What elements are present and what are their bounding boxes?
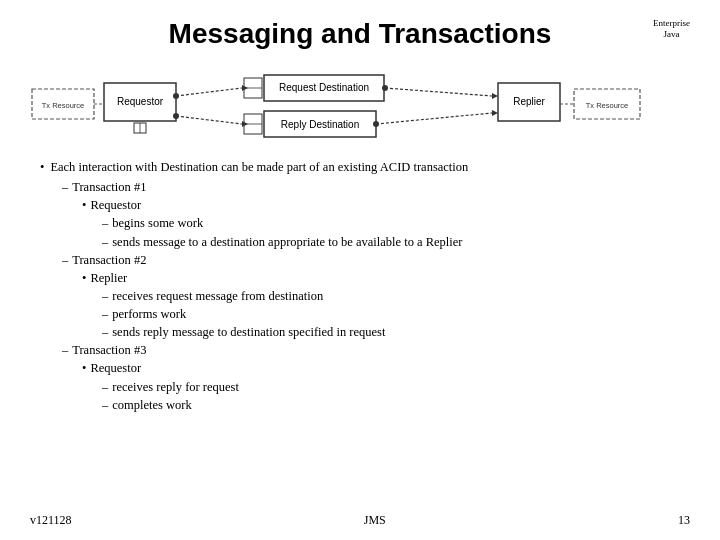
requestor2-item: • Requestor bbox=[40, 359, 690, 377]
page-title: Messaging and Transactions bbox=[169, 18, 552, 50]
svg-text:Tx Resource: Tx Resource bbox=[42, 101, 85, 110]
t3-item1-text: receives reply for request bbox=[112, 378, 239, 396]
svg-text:Replier: Replier bbox=[513, 96, 545, 107]
t1-item1: – begins some work bbox=[40, 214, 690, 232]
main-bullet-text: Each interaction with Destination can be… bbox=[50, 158, 468, 176]
t1-item2: – sends message to a destination appropr… bbox=[40, 233, 690, 251]
t2-item1-text: receives request message from destinatio… bbox=[112, 287, 323, 305]
t2-item3-text: sends reply message to destination speci… bbox=[112, 323, 385, 341]
svg-line-15 bbox=[176, 88, 242, 96]
main-bullet: • Each interaction with Destination can … bbox=[40, 158, 690, 176]
enterprise-label: Enterprise Java bbox=[653, 18, 690, 40]
svg-text:Requestor: Requestor bbox=[117, 96, 164, 107]
svg-marker-19 bbox=[242, 121, 248, 127]
content-area: • Each interaction with Destination can … bbox=[30, 158, 690, 414]
requestor-label: Requestor bbox=[90, 196, 141, 214]
replier-label: Replier bbox=[90, 269, 127, 287]
svg-line-23 bbox=[385, 88, 492, 96]
diagram-area: Tx Resource Requestor Request Destinatio… bbox=[30, 60, 690, 150]
footer-center: JMS bbox=[364, 513, 386, 528]
svg-marker-27 bbox=[492, 110, 498, 116]
svg-marker-16 bbox=[242, 85, 248, 91]
svg-marker-24 bbox=[492, 93, 498, 99]
svg-point-17 bbox=[173, 93, 179, 99]
t2-item2-text: performs work bbox=[112, 305, 186, 323]
transaction3-label: Transaction #3 bbox=[72, 341, 146, 359]
t2-item3: – sends reply message to destination spe… bbox=[40, 323, 690, 341]
svg-text:Reply Destination: Reply Destination bbox=[281, 119, 359, 130]
svg-line-18 bbox=[176, 116, 242, 124]
transaction1-label: Transaction #1 bbox=[72, 178, 146, 196]
t3-item2-text: completes work bbox=[112, 396, 192, 414]
t3-item2: – completes work bbox=[40, 396, 690, 414]
transaction3-item: – Transaction #3 bbox=[40, 341, 690, 359]
svg-point-28 bbox=[373, 121, 379, 127]
slide: Messaging and Transactions Enterprise Ja… bbox=[0, 0, 720, 540]
svg-point-20 bbox=[173, 113, 179, 119]
requestor2-label: Requestor bbox=[90, 359, 141, 377]
footer: v121128 JMS 13 bbox=[30, 513, 690, 528]
svg-point-25 bbox=[382, 85, 388, 91]
svg-text:Tx Resource: Tx Resource bbox=[586, 101, 629, 110]
svg-text:Request Destination: Request Destination bbox=[279, 82, 369, 93]
transaction2-label: Transaction #2 bbox=[72, 251, 146, 269]
requestor-item: • Requestor bbox=[40, 196, 690, 214]
messaging-diagram: Tx Resource Requestor Request Destinatio… bbox=[30, 61, 690, 149]
transaction1-item: – Transaction #1 bbox=[40, 178, 690, 196]
replier-item: • Replier bbox=[40, 269, 690, 287]
t1-item1-text: begins some work bbox=[112, 214, 203, 232]
header: Messaging and Transactions Enterprise Ja… bbox=[30, 18, 690, 50]
t1-item2-text: sends message to a destination appropria… bbox=[112, 233, 462, 251]
t3-item1: – receives reply for request bbox=[40, 378, 690, 396]
transaction2-item: – Transaction #2 bbox=[40, 251, 690, 269]
version-label: v121128 bbox=[30, 513, 72, 528]
svg-line-26 bbox=[376, 113, 492, 124]
t2-item2: – performs work bbox=[40, 305, 690, 323]
page-number: 13 bbox=[678, 513, 690, 528]
t2-item1: – receives request message from destinat… bbox=[40, 287, 690, 305]
